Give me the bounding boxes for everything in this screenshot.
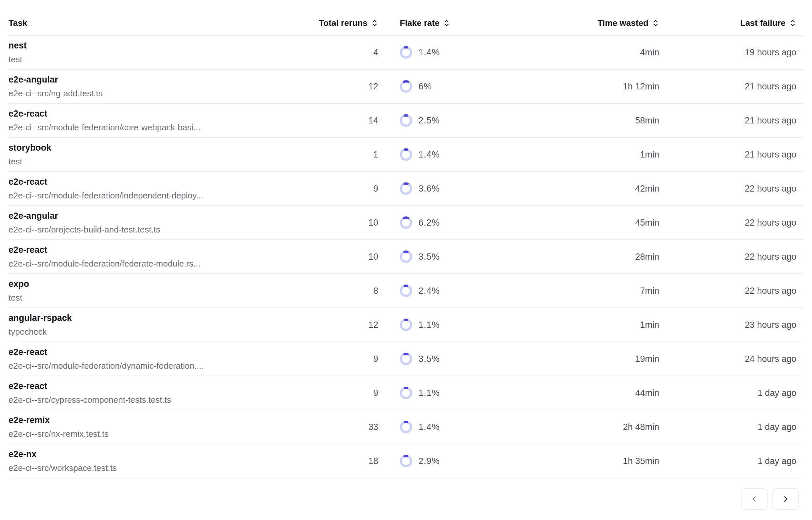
task-cell: e2e-angular e2e-ci--src/projects-build-a…: [8, 209, 313, 236]
flake-rate-cell: 1.1%: [378, 319, 542, 331]
time-wasted-value: 19min: [542, 354, 659, 364]
flake-rate-donut-icon: [400, 114, 412, 127]
task-cell: expo test: [8, 277, 313, 305]
table-body: nest test 4 1.4% 4min 19 hours ago e2e-a…: [8, 36, 804, 478]
flake-rate-value: 1.1%: [418, 320, 440, 330]
table-row[interactable]: e2e-react e2e-ci--src/module-federation/…: [8, 104, 804, 138]
flake-rate-donut-icon: [400, 421, 412, 433]
total-reruns-value: 8: [313, 286, 378, 296]
flake-rate-donut-icon: [400, 353, 412, 365]
task-cell: storybook test: [8, 141, 313, 168]
task-name: e2e-react: [8, 345, 313, 359]
chevron-left-icon: [750, 494, 759, 504]
next-page-button[interactable]: [772, 488, 799, 510]
task-cell: e2e-angular e2e-ci--src/ng-add.test.ts: [8, 73, 313, 100]
table-row[interactable]: expo test 8 2.4% 7min 22 hours ago: [8, 274, 804, 308]
task-target: test: [8, 291, 313, 305]
last-failure-value: 22 hours ago: [659, 286, 804, 296]
column-header-flake-rate[interactable]: Flake rate: [378, 18, 542, 28]
task-target: e2e-ci--src/module-federation/independen…: [8, 189, 313, 202]
flake-rate-cell: 1.4%: [378, 148, 542, 161]
task-target: e2e-ci--src/nx-remix.test.ts: [8, 427, 313, 441]
flake-rate-value: 2.5%: [418, 115, 440, 126]
table-row[interactable]: angular-rspack typecheck 12 1.1% 1min 23…: [8, 308, 804, 342]
table-row[interactable]: e2e-react e2e-ci--src/module-federation/…: [8, 342, 804, 376]
table-row[interactable]: e2e-remix e2e-ci--src/nx-remix.test.ts 3…: [8, 410, 804, 444]
time-wasted-value: 58min: [542, 115, 659, 126]
task-cell: nest test: [8, 38, 313, 66]
sort-chevrons-icon: [371, 19, 378, 27]
task-name: e2e-react: [8, 107, 313, 121]
table-header-row: Task Total reruns Flake rate Time wasted: [8, 0, 804, 36]
time-wasted-value: 42min: [542, 184, 659, 194]
last-failure-value: 22 hours ago: [659, 218, 804, 228]
column-header-time-wasted[interactable]: Time wasted: [542, 18, 659, 28]
task-name: e2e-nx: [8, 447, 313, 461]
task-target: test: [8, 52, 313, 66]
flake-rate-value: 1.1%: [418, 388, 440, 398]
total-reruns-value: 10: [313, 218, 378, 228]
total-reruns-value: 9: [313, 184, 378, 194]
column-header-last-failure[interactable]: Last failure: [659, 18, 804, 28]
task-cell: e2e-react e2e-ci--src/module-federation/…: [8, 175, 313, 202]
column-header-label: Time wasted: [597, 18, 648, 28]
total-reruns-value: 1: [313, 150, 378, 160]
table-row[interactable]: e2e-angular e2e-ci--src/ng-add.test.ts 1…: [8, 70, 804, 104]
task-name: storybook: [8, 141, 313, 155]
flake-rate-cell: 6.2%: [378, 216, 542, 229]
task-name: e2e-angular: [8, 73, 313, 86]
last-failure-value: 21 hours ago: [659, 150, 804, 160]
flaky-tasks-table: Task Total reruns Flake rate Time wasted: [0, 0, 812, 510]
table-row[interactable]: e2e-react e2e-ci--src/module-federation/…: [8, 172, 804, 206]
flake-rate-value: 6%: [418, 81, 432, 92]
flake-rate-value: 1.4%: [418, 48, 440, 58]
flake-rate-value: 1.4%: [418, 150, 440, 160]
task-target: test: [8, 155, 313, 168]
last-failure-value: 19 hours ago: [659, 48, 804, 58]
time-wasted-value: 45min: [542, 218, 659, 228]
task-target: e2e-ci--src/workspace.test.ts: [8, 461, 313, 475]
flake-rate-value: 2.9%: [418, 456, 440, 466]
time-wasted-value: 1h 12min: [542, 81, 659, 92]
total-reruns-value: 10: [313, 252, 378, 262]
flake-rate-cell: 1.4%: [378, 421, 542, 433]
table-row[interactable]: nest test 4 1.4% 4min 19 hours ago: [8, 36, 804, 70]
flake-rate-donut-icon: [400, 455, 412, 467]
time-wasted-value: 4min: [542, 48, 659, 58]
table-row[interactable]: e2e-nx e2e-ci--src/workspace.test.ts 18 …: [8, 444, 804, 478]
flake-rate-donut-icon: [400, 387, 412, 399]
task-name: e2e-remix: [8, 413, 313, 427]
sort-chevrons-icon: [443, 19, 450, 27]
last-failure-value: 22 hours ago: [659, 252, 804, 262]
flake-rate-value: 3.5%: [418, 252, 440, 262]
flake-rate-donut-icon: [400, 285, 412, 297]
time-wasted-value: 1min: [542, 150, 659, 160]
task-name: e2e-react: [8, 243, 313, 257]
last-failure-value: 24 hours ago: [659, 354, 804, 364]
task-target: e2e-ci--src/module-federation/federate-m…: [8, 257, 313, 270]
previous-page-button[interactable]: [741, 488, 768, 510]
total-reruns-value: 12: [313, 81, 378, 92]
flake-rate-value: 1.4%: [418, 422, 440, 432]
last-failure-value: 22 hours ago: [659, 184, 804, 194]
task-cell: e2e-nx e2e-ci--src/workspace.test.ts: [8, 447, 313, 475]
task-name: e2e-react: [8, 379, 313, 393]
flake-rate-value: 6.2%: [418, 218, 440, 228]
last-failure-value: 23 hours ago: [659, 320, 804, 330]
task-cell: e2e-react e2e-ci--src/module-federation/…: [8, 345, 313, 373]
time-wasted-value: 28min: [542, 252, 659, 262]
flake-rate-cell: 2.4%: [378, 285, 542, 297]
total-reruns-value: 18: [313, 456, 378, 466]
last-failure-value: 1 day ago: [659, 456, 804, 466]
column-header-total-reruns[interactable]: Total reruns: [313, 18, 378, 28]
sort-chevrons-icon: [652, 19, 659, 27]
table-row[interactable]: e2e-react e2e-ci--src/module-federation/…: [8, 240, 804, 274]
flake-rate-cell: 1.4%: [378, 46, 542, 59]
flake-rate-donut-icon: [400, 46, 412, 59]
table-row[interactable]: e2e-react e2e-ci--src/cypress-component-…: [8, 376, 804, 410]
task-target: e2e-ci--src/cypress-component-tests.test…: [8, 393, 313, 407]
total-reruns-value: 14: [313, 115, 378, 126]
table-row[interactable]: e2e-angular e2e-ci--src/projects-build-a…: [8, 206, 804, 240]
table-row[interactable]: storybook test 1 1.4% 1min 21 hours ago: [8, 138, 804, 172]
task-cell: e2e-react e2e-ci--src/cypress-component-…: [8, 379, 313, 407]
